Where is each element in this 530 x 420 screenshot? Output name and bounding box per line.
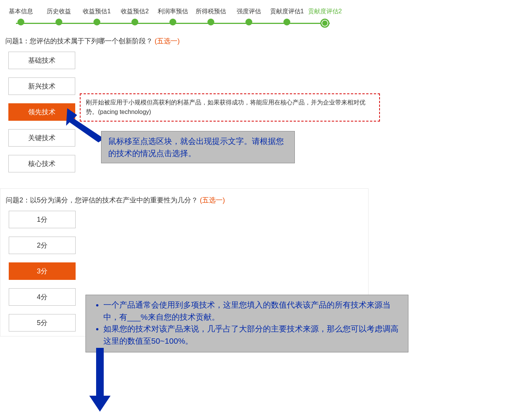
question-1-panel: 问题1：您评估的技术属于下列哪一个创新阶段？ (五选一) 基础技术 新兴技术 领… (0, 30, 369, 185)
q1-option-emerging[interactable]: 新兴技术 (8, 77, 75, 95)
annotation-1-text: 鼠标移至点选区块，就会出现提示文字。请根据您的技术的情况点击选择。 (108, 137, 284, 158)
progress-stepper: 基本信息 历史收益 收益预估1 收益预估2 利润率预估 所得税预估 强度评估 贡… (0, 0, 346, 30)
step-label: 强度评估 (230, 8, 267, 16)
step-label: 历史收益 (40, 8, 78, 16)
step-basic-info[interactable]: 基本信息 (2, 8, 40, 25)
step-dot-icon (169, 19, 176, 25)
step-dot-icon (320, 19, 329, 28)
q1-option-basic[interactable]: 基础技术 (8, 52, 75, 69)
q1-option-core[interactable]: 核心技术 (8, 155, 75, 172)
step-contribution-1[interactable]: 贡献度评估1 (268, 8, 305, 25)
step-label: 收益预估2 (116, 8, 153, 16)
step-contribution-2[interactable]: 贡献度评估2 (306, 8, 343, 28)
step-tax-est[interactable]: 所得税预估 (192, 8, 229, 25)
step-intensity[interactable]: 强度评估 (230, 8, 267, 25)
step-label: 收益预估1 (78, 8, 115, 16)
step-dot-icon (93, 19, 100, 25)
step-profit-est-1[interactable]: 收益预估1 (78, 8, 115, 25)
q1-option-leading[interactable]: 领先技术 (8, 103, 75, 121)
step-dot-icon (17, 19, 24, 25)
step-dot-icon (131, 19, 138, 25)
annotation-hover-hint: 鼠标移至点选区块，就会出现提示文字。请根据您的技术的情况点击选择。 (101, 131, 295, 163)
step-profit-est-2[interactable]: 收益预估2 (116, 8, 153, 25)
step-dot-icon (55, 19, 62, 25)
step-label: 贡献度评估1 (268, 8, 305, 16)
step-history[interactable]: 历史收益 (40, 8, 78, 25)
step-dot-icon (245, 19, 252, 25)
q1-title-paren: (五选一) (155, 37, 180, 45)
q1-option-key[interactable]: 关键技术 (8, 129, 75, 147)
step-margin-est[interactable]: 利润率预估 (154, 8, 191, 25)
step-label: 所得税预估 (192, 8, 229, 16)
step-dot-icon (207, 19, 214, 25)
question-1-title: 问题1：您评估的技术属于下列哪一个创新阶段？ (五选一) (5, 36, 369, 46)
step-label: 基本信息 (2, 8, 40, 16)
step-label: 利润率预估 (154, 8, 191, 16)
q1-tooltip-text: 刚开始被应用于小规模但高获利的利基产品，如果获得成功，将能应用在核心产品，并为企… (86, 99, 365, 115)
q1-title-text: 问题1：您评估的技术属于下列哪一个创新阶段？ (5, 37, 153, 45)
step-dot-icon (283, 19, 290, 25)
q1-tooltip-box: 刚开始被应用于小规模但高获利的利基产品，如果获得成功，将能应用在核心产品，并为企… (80, 93, 380, 122)
step-label: 贡献度评估2 (306, 8, 343, 16)
